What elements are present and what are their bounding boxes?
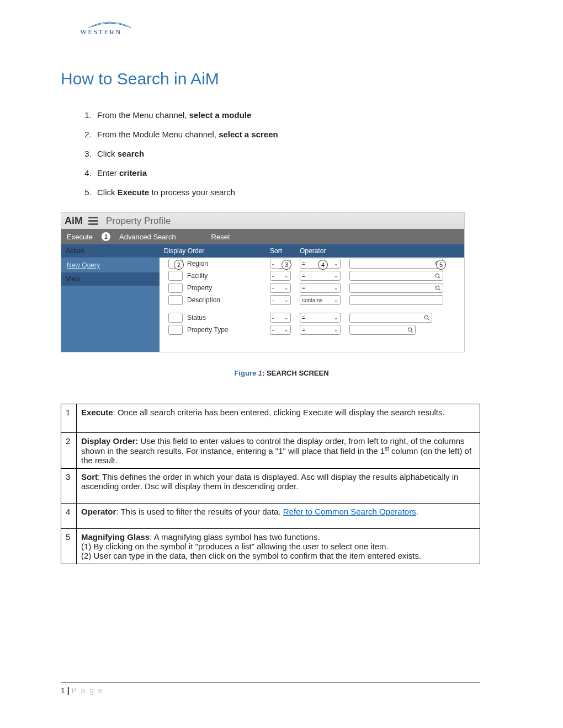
- value-input[interactable]: [349, 271, 443, 281]
- app-titlebar: AiM Property Profile: [61, 213, 464, 229]
- toolbar: Execute 1 Advanced Search Reset: [61, 229, 464, 244]
- operator-select[interactable]: =⌄: [300, 325, 341, 335]
- logo-swoosh-icon: [88, 20, 132, 30]
- svg-line-3: [439, 276, 440, 278]
- sort-select[interactable]: -⌄: [270, 295, 291, 305]
- svg-line-9: [411, 330, 413, 332]
- step-4: Enter criteria: [94, 168, 502, 178]
- figure-screenshot: AiM Property Profile Execute 1 Advanced …: [61, 212, 502, 352]
- criteria-row: Status-⌄=⌄: [160, 312, 464, 324]
- new-query-link[interactable]: New Query: [67, 261, 100, 269]
- value-input[interactable]: [349, 313, 432, 323]
- row-description: Display Order: Use this field to enter v…: [77, 433, 480, 469]
- table-row: 1Execute: Once all search criteria has b…: [61, 404, 480, 433]
- app-name: AiM: [65, 215, 83, 227]
- sort-select[interactable]: -⌄: [270, 313, 291, 323]
- svg-point-8: [408, 328, 411, 331]
- field-label: Region: [187, 260, 208, 267]
- chevron-down-icon: ⌄: [284, 315, 289, 320]
- step-3: Click search: [94, 149, 502, 158]
- col-header-display-order: Display Order: [160, 247, 270, 255]
- field-label: Status: [187, 314, 206, 322]
- row-number: 1: [61, 404, 77, 433]
- row-description: Magnifying Glass: A magnifying glass sym…: [77, 529, 480, 564]
- sidebar-view-header: View: [61, 272, 160, 286]
- callout-4: 4: [318, 260, 328, 270]
- operator-select[interactable]: contains⌄: [300, 295, 341, 305]
- value-input[interactable]: [349, 259, 443, 269]
- criteria-row: Property-⌄=⌄: [160, 282, 464, 294]
- logo: WESTERN: [80, 28, 502, 36]
- operator-select[interactable]: =⌄: [300, 271, 341, 281]
- row-description: Execute: Once all search criteria has be…: [77, 404, 480, 433]
- table-row: 2Display Order: Use this field to enter …: [61, 433, 480, 469]
- row-number: 2: [61, 433, 77, 469]
- chevron-down-icon: ⌄: [334, 327, 338, 333]
- chevron-down-icon: ⌄: [284, 273, 289, 279]
- sort-select[interactable]: -⌄: [270, 271, 291, 281]
- operator-select[interactable]: =⌄: [300, 283, 341, 293]
- criteria-row: Property Type-⌄=⌄: [160, 324, 464, 336]
- display-order-input[interactable]: [168, 325, 183, 335]
- page-number: 1: [61, 686, 65, 695]
- col-header-sort: Sort: [270, 247, 300, 255]
- description-table: 1Execute: Once all search criteria has b…: [61, 404, 480, 564]
- svg-line-5: [439, 288, 440, 290]
- row-number: 4: [61, 504, 77, 529]
- page-footer: 1 | P a g e: [61, 682, 480, 695]
- display-order-input[interactable]: [168, 283, 183, 293]
- search-icon[interactable]: [435, 273, 441, 279]
- value-input[interactable]: [349, 295, 443, 305]
- value-input[interactable]: [349, 325, 416, 335]
- row-description: Sort: This defines the order in which yo…: [77, 469, 480, 504]
- callout-2: 2: [174, 260, 184, 270]
- row-number: 5: [61, 529, 77, 564]
- sort-select[interactable]: -⌄: [270, 283, 291, 293]
- svg-point-2: [435, 274, 439, 277]
- step-5: Click Execute to process your search: [94, 188, 502, 197]
- display-order-input[interactable]: [168, 313, 183, 323]
- criteria-row: Description-⌄contains⌄: [160, 294, 464, 306]
- chevron-down-icon: ⌄: [334, 315, 338, 320]
- operator-select[interactable]: =⌄: [300, 313, 341, 323]
- row-description: Operator: This is used to filter the res…: [77, 504, 480, 529]
- callout-1-badge: 1: [102, 232, 110, 241]
- sidebar-action-header: Action: [61, 244, 160, 258]
- figure-caption: Figure 1: SEARCH SCREEN: [61, 369, 502, 377]
- svg-line-7: [428, 318, 429, 320]
- chevron-down-icon: ⌄: [284, 327, 289, 333]
- display-order-input[interactable]: [168, 271, 183, 281]
- table-row: 4Operator: This is used to filter the re…: [61, 504, 480, 529]
- field-label: Description: [187, 296, 220, 304]
- table-row: 5Magnifying Glass: A magnifying glass sy…: [61, 529, 480, 564]
- execute-button[interactable]: Execute: [67, 233, 93, 241]
- search-icon[interactable]: [407, 327, 413, 333]
- advanced-search-link[interactable]: Advanced Search: [119, 233, 176, 241]
- field-label: Property Type: [187, 326, 228, 334]
- field-label: Facility: [187, 272, 208, 280]
- screen-title: Property Profile: [106, 216, 171, 227]
- svg-point-6: [424, 315, 428, 319]
- chevron-down-icon: ⌄: [334, 261, 338, 266]
- display-order-input[interactable]: [168, 295, 183, 305]
- search-form: Display Order Sort Operator Region-⌄=⌄Fa…: [160, 244, 464, 352]
- criteria-row: Region-⌄=⌄: [160, 258, 464, 270]
- value-input[interactable]: [349, 283, 443, 293]
- hamburger-icon[interactable]: [88, 217, 98, 225]
- page-label: P a g e: [72, 686, 104, 695]
- row-number: 3: [61, 469, 77, 504]
- callout-3: 3: [282, 260, 291, 270]
- search-icon[interactable]: [424, 315, 430, 321]
- chevron-down-icon: ⌄: [284, 285, 289, 291]
- operators-link[interactable]: Refer to Common Search Operators: [283, 507, 416, 516]
- col-header-operator: Operator: [300, 247, 349, 255]
- table-row: 3Sort: This defines the order in which y…: [61, 469, 480, 504]
- chevron-down-icon: ⌄: [334, 285, 338, 291]
- reset-button[interactable]: Reset: [211, 233, 230, 241]
- step-1: From the Menu channel, select a module: [94, 110, 502, 120]
- chevron-down-icon: ⌄: [334, 273, 338, 279]
- chevron-down-icon: ⌄: [284, 297, 289, 303]
- search-icon[interactable]: [435, 285, 441, 291]
- page-title: How to Search in AiM: [61, 69, 502, 88]
- sort-select[interactable]: -⌄: [270, 325, 291, 335]
